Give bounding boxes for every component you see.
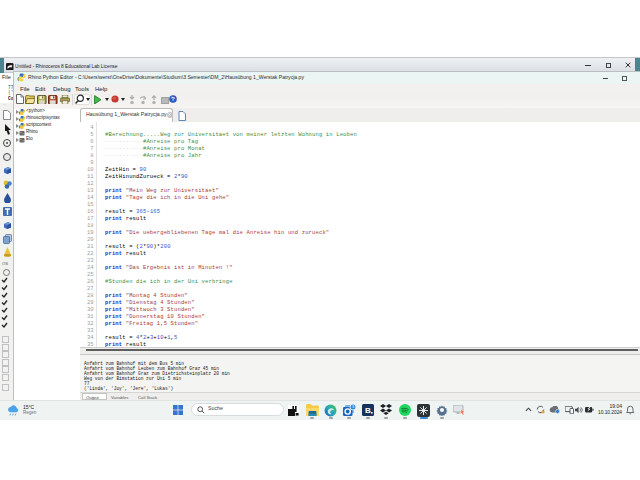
svg-text:B: B [365,406,371,415]
svg-text:?: ? [171,96,175,102]
